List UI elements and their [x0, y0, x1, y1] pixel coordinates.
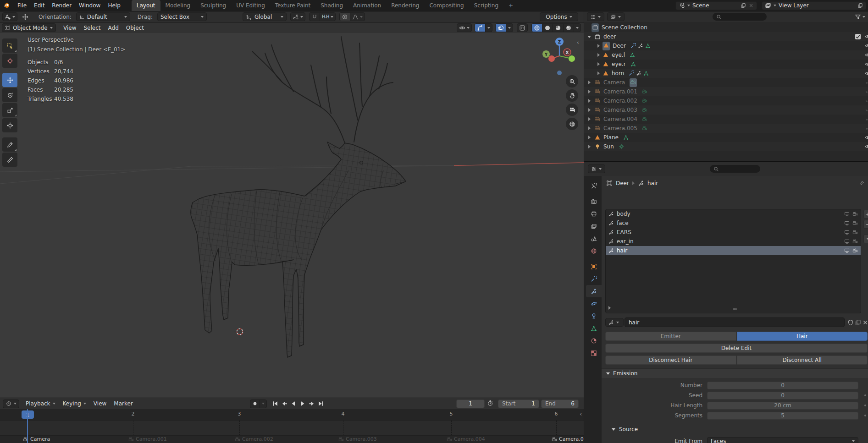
tab-constraints[interactable] [586, 310, 602, 322]
jump-to-end-button[interactable] [317, 400, 325, 408]
list-item-hair[interactable]: hair [606, 246, 861, 255]
number-field[interactable]: 0 [707, 382, 858, 389]
tab-tool[interactable] [586, 180, 602, 192]
marker-camera-6[interactable]: Camera.0 [552, 436, 584, 442]
outliner-search-input[interactable] [713, 13, 767, 21]
menu-keying[interactable]: Keying [59, 399, 90, 408]
play-reverse-button[interactable] [289, 400, 298, 408]
show-gizmo-toggle[interactable] [475, 24, 486, 32]
tab-world[interactable] [586, 245, 602, 257]
workspace-tab-modeling[interactable]: Modeling [160, 0, 196, 11]
workspace-tab-sculpting[interactable]: Sculpting [195, 0, 231, 11]
tab-material[interactable] [586, 334, 602, 347]
particle-specials-menu[interactable] [863, 235, 868, 243]
viewport-visibility-icon[interactable] [844, 248, 850, 253]
expand-arrow-icon[interactable] [597, 44, 600, 48]
outliner-row-camera-002[interactable]: Camera.002 [584, 96, 868, 105]
workspace-tab-scripting[interactable]: Scripting [469, 0, 503, 11]
outliner-row-camera-004[interactable]: Camera.004 [584, 115, 868, 124]
hide-eye-closed-icon[interactable] [865, 98, 868, 104]
auto-keying-toggle[interactable] [250, 400, 260, 408]
current-frame-field[interactable]: 1 [456, 399, 485, 408]
toggle-ortho-button[interactable] [566, 118, 578, 130]
copy-datablock-icon[interactable] [855, 319, 861, 326]
tab-texture[interactable] [586, 347, 602, 359]
tool-annotate[interactable] [2, 137, 17, 152]
outliner-row-eye-r[interactable]: eye.r [584, 60, 868, 69]
outliner-row-deer-object[interactable]: Deer [584, 41, 868, 50]
tool-rotate[interactable] [2, 88, 17, 102]
source-panel-header[interactable]: Source [602, 425, 868, 433]
frame-start-field[interactable]: Start1 [498, 399, 539, 408]
unlink-icon[interactable] [862, 319, 868, 326]
options-dropdown[interactable]: Options [540, 12, 578, 21]
next-keyframe-button[interactable] [308, 400, 316, 408]
hide-eye-icon[interactable] [865, 61, 868, 67]
workspace-tab-rendering[interactable]: Rendering [386, 0, 424, 11]
timeline-collapse-arrow[interactable]: ‹ [580, 411, 582, 417]
proportional-editing-toggle[interactable] [340, 13, 350, 21]
outliner-row-sun[interactable]: Sun [584, 142, 868, 151]
move-gizmo-icon[interactable] [20, 12, 30, 21]
list-item-face[interactable]: face [606, 219, 861, 228]
tab-view-layer[interactable] [586, 220, 602, 232]
show-overlays-toggle[interactable] [496, 24, 506, 32]
use-preview-range-icon[interactable] [487, 400, 493, 408]
new-view-layer-icon[interactable] [857, 3, 863, 8]
hide-eye-closed-icon[interactable] [865, 116, 868, 122]
scene-selector[interactable]: Scene [675, 1, 757, 10]
emission-panel-header[interactable]: Emission [602, 368, 868, 378]
hide-eye-closed-icon[interactable] [865, 79, 868, 86]
tab-scene[interactable] [586, 232, 602, 245]
hide-eye-icon[interactable] [865, 52, 868, 58]
hide-eye-icon[interactable] [865, 43, 868, 49]
menu-view-timeline[interactable]: View [90, 399, 110, 408]
mode-selector[interactable]: Object Mode [2, 23, 56, 32]
outliner-editor-type[interactable] [587, 12, 604, 21]
properties-search-input[interactable] [710, 165, 760, 173]
shading-solid-button[interactable] [542, 24, 553, 32]
viewport-collapse-arrow[interactable]: ‹ [577, 39, 579, 46]
collection-checkbox[interactable] [855, 34, 861, 39]
new-scene-icon[interactable] [741, 3, 746, 8]
tool-cursor[interactable] [2, 54, 17, 68]
menu-file[interactable]: File [14, 1, 30, 10]
viewport-visibility-icon[interactable] [844, 230, 850, 235]
timeline-editor-type[interactable] [3, 399, 19, 408]
tool-transform[interactable] [2, 118, 17, 132]
xray-toggle[interactable] [517, 24, 527, 32]
transform-pivot-dropdown[interactable]: Global [243, 12, 287, 21]
collapse-arrow-icon[interactable] [587, 36, 591, 38]
menu-render[interactable]: Render [48, 1, 75, 10]
menu-select[interactable]: Select [80, 23, 104, 33]
emitter-toggle-button[interactable]: Emitter [605, 332, 736, 341]
outliner-row-camera-001[interactable]: Camera.001 [584, 87, 868, 96]
marker-camera-5[interactable]: Camera.004 [447, 436, 485, 442]
outliner-row-horn[interactable]: horn [584, 69, 868, 78]
list-item-ear-in[interactable]: ear_in [606, 237, 861, 246]
hide-eye-closed-icon[interactable] [865, 88, 868, 95]
workspace-tab-animation[interactable]: Animation [348, 0, 386, 11]
emit-from-dropdown[interactable]: Faces [707, 437, 858, 443]
viewport-visibility-icon[interactable] [844, 211, 850, 217]
properties-editor-type[interactable] [588, 164, 605, 173]
particle-settings-selector[interactable] [605, 318, 624, 327]
remove-particle-system-button[interactable] [863, 220, 868, 229]
timeline-ruler[interactable]: 1 2 3 4 5 6 ‹ [0, 409, 584, 420]
tool-scale[interactable] [2, 103, 17, 117]
disconnect-all-button[interactable]: Disconnect All [737, 355, 868, 365]
workspace-tab-shading[interactable]: Shading [315, 0, 348, 11]
render-visibility-icon[interactable] [852, 239, 858, 244]
tab-output[interactable] [586, 208, 602, 220]
breadcrumb-system[interactable]: hair [647, 180, 658, 186]
outliner-row-eye-l[interactable]: eye.l [584, 50, 868, 60]
menu-view[interactable]: View [60, 23, 80, 33]
camera-view-button[interactable] [566, 104, 578, 116]
frame-end-field[interactable]: End6 [541, 399, 579, 408]
playhead[interactable] [27, 409, 28, 443]
workspace-tab-texture-paint[interactable]: Texture Paint [270, 0, 315, 11]
tool-select-box[interactable] [2, 38, 17, 53]
tab-particles[interactable] [586, 285, 602, 297]
hide-eye-closed-icon[interactable] [865, 125, 868, 131]
delete-edit-button[interactable]: Delete Edit [605, 344, 868, 353]
